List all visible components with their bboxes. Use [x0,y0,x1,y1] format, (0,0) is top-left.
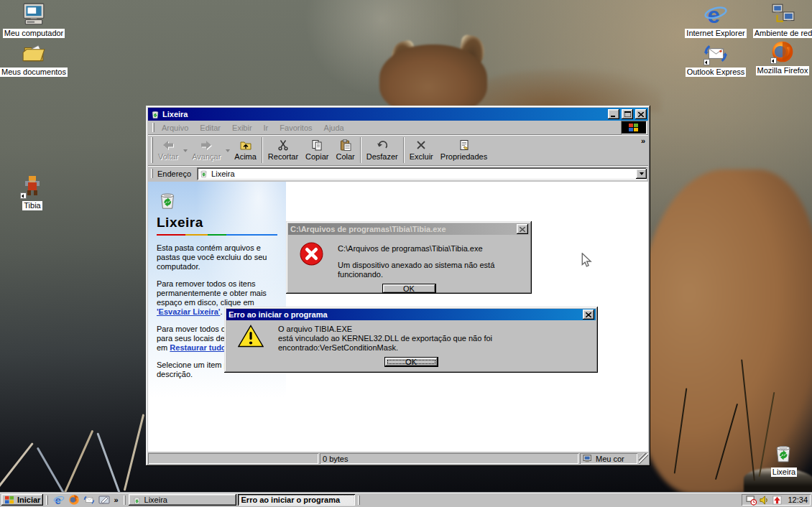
task-button-lixeira[interactable]: Lixeira [129,494,236,506]
menu-ajuda[interactable]: Ajuda [318,122,350,134]
back-icon [162,138,174,151]
utility-tray-icon[interactable] [772,495,783,506]
up-label: Acima [234,152,257,161]
desktop-icon-recycle-bin[interactable]: Lixeira [755,441,812,477]
clipboard-icon [340,138,351,151]
explorer-titlebar[interactable]: Lixeira [148,108,648,121]
start-button[interactable]: Iniciar [1,494,43,506]
ok-button[interactable]: OK [384,357,438,367]
copy-icon [311,138,323,151]
menu-favoritos[interactable]: Favoritos [274,122,318,134]
address-bar: Endereço Lixeira [148,165,648,181]
properties-icon [458,138,470,151]
desktop-icon-label: Tibia [22,201,42,210]
pane-paragraph: Esta pasta contém arquivos e pastas que … [157,243,280,271]
close-button[interactable] [517,224,528,234]
window-title: Lixeira [162,110,606,118]
device-error-dialog: C:\Arquivos de programas\Tibia\Tibia.exe… [286,221,532,294]
ok-button[interactable]: OK [382,284,436,294]
properties-button[interactable]: Propriedades [437,136,491,164]
status-segment-left [148,453,318,464]
quick-launch-show-desktop[interactable] [98,494,110,506]
close-button[interactable] [635,109,647,119]
twig [64,430,94,494]
dialog-line2: está vinculado ao KERNEL32.DLL de export… [278,334,587,353]
address-input[interactable]: Lixeira [197,167,647,180]
firefox-icon [770,39,795,64]
quick-launch-outlook-express[interactable] [83,494,95,506]
menu-exibir[interactable]: Exibir [226,122,258,134]
status-zone-label: Meu cor [596,455,624,463]
quick-launch-firefox[interactable] [68,494,80,506]
toolbar-separator [262,137,263,163]
desktop-icon-label: Meus documentos [0,68,68,77]
back-button[interactable]: Voltar [154,136,182,164]
copy-button[interactable]: Copiar [302,136,332,164]
menu-ir[interactable]: Ir [258,122,274,134]
delete-button[interactable]: Excluir [406,136,437,164]
menu-editar[interactable]: Editar [194,122,226,134]
address-dropdown-button[interactable] [636,169,647,179]
taskbar: Iniciar e » Lixeira Erro ao iniciar o pr… [0,493,812,507]
menu-bar: Arquivo Editar Exibir Ir Favoritos Ajuda [148,121,648,134]
dialog-title: C:\Arquivos de programas\Tibia\Tibia.exe [290,225,515,233]
maximize-button[interactable] [622,109,633,119]
toolbar: Voltar Avançar Acima Recortar Copiar [148,134,648,165]
task-button-error-dialog[interactable]: Erro ao iniciar o programa [238,494,355,506]
up-button[interactable]: Acima [231,136,260,164]
toolbar-more-chevron[interactable]: » [641,136,645,145]
cut-label: Recortar [268,152,298,161]
desktop-icon-my-computer[interactable]: Meu computador [5,2,63,38]
svg-text:e: e [707,2,720,27]
menu-arquivo[interactable]: Arquivo [156,122,194,134]
taskbar-grip[interactable] [124,496,126,505]
twig [124,414,145,490]
taskbar-grip[interactable] [46,496,48,505]
desktop-icon-network[interactable]: Ambiente de red [755,2,812,38]
cougar-head [379,45,487,115]
toolbar-separator [403,137,405,163]
toolbar-grip[interactable] [152,123,154,132]
paste-button[interactable]: Colar [332,136,358,164]
quick-launch-more-chevron[interactable]: » [114,496,118,504]
dialog-line1: O arquivo TIBIA.EXE [278,325,587,334]
forward-label: Avançar [192,152,221,161]
task-label: Lixeira [144,496,167,504]
undo-button[interactable]: Desfazer [363,136,402,164]
dialog-message: O arquivo TIBIA.EXE está vinculado ao KE… [278,325,587,353]
dialog-titlebar[interactable]: C:\Arquivos de programas\Tibia\Tibia.exe [288,223,530,235]
network-icon [771,2,795,27]
windows-logo-icon [4,496,15,505]
my-documents-icon [22,41,46,65]
desktop-icon-my-documents[interactable]: Meus documentos [5,41,63,77]
taskbar-grip[interactable] [358,496,360,505]
my-computer-small-icon [583,455,593,463]
delete-label: Excluir [410,152,433,161]
clock[interactable]: 12:34 [785,496,808,504]
desktop-icon-tibia[interactable]: Tibia [4,175,61,210]
desktop-icon-outlook-express[interactable]: Outlook Express [687,41,744,77]
shortcut-arrow-icon [703,59,710,65]
quick-launch-internet-explorer[interactable]: e [53,494,65,506]
back-dropdown[interactable] [182,136,188,164]
desktop-icon-label: Lixeira [771,468,797,477]
warning-icon [238,325,264,348]
task-scheduler-tray-icon[interactable] [746,495,757,506]
desktop-icon-internet-explorer[interactable]: e Internet Explorer [687,2,744,38]
recycle-bin-icon [150,109,160,119]
toolbar-grip[interactable] [151,169,153,178]
volume-tray-icon[interactable] [759,495,770,506]
cut-button[interactable]: Recortar [264,136,302,164]
dialog-titlebar[interactable]: Erro ao iniciar o programa [226,309,596,320]
forward-dropdown[interactable] [224,136,231,164]
resize-grip[interactable] [639,453,648,464]
close-button[interactable] [583,310,594,320]
desktop-icon-firefox[interactable]: Mozilla Firefox [754,39,811,75]
minimize-button[interactable] [608,109,619,119]
restore-all-link[interactable]: Restaurar tudo [170,343,226,352]
forward-button[interactable]: Avançar [188,136,224,164]
toolbar-separator [360,137,361,163]
empty-recycle-bin-link[interactable]: 'Esvaziar Lixeira' [157,307,220,316]
back-label: Voltar [158,152,178,161]
toolbar-grip[interactable] [151,137,153,163]
